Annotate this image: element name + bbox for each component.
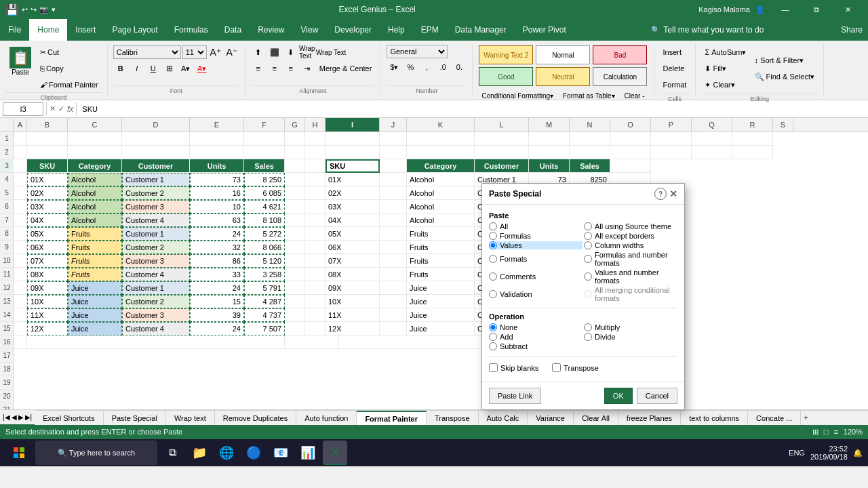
- cell-h11[interactable]: [305, 268, 326, 281]
- cell-a5[interactable]: [14, 186, 27, 200]
- cell-e8[interactable]: 24: [190, 227, 244, 241]
- bold-btn[interactable]: B: [113, 61, 128, 76]
- row-num-2[interactable]: 2: [0, 146, 14, 159]
- cell-n3-sales[interactable]: Sales: [570, 159, 610, 173]
- align-center-btn[interactable]: ≡: [267, 61, 282, 76]
- cell-c13[interactable]: Juice: [68, 295, 122, 308]
- paste-all-merging-option[interactable]: All merging conditional formats: [584, 286, 677, 302]
- paste-all-option[interactable]: All: [489, 222, 583, 230]
- cell-c11[interactable]: Fruits: [68, 268, 122, 281]
- cell-i6[interactable]: 03X: [326, 200, 380, 214]
- cell-o3[interactable]: [610, 159, 651, 173]
- cell-e10[interactable]: 86: [190, 254, 244, 268]
- sheet-tab-format-painter[interactable]: Format Painter: [357, 411, 427, 425]
- cell-p1[interactable]: [651, 132, 692, 146]
- row-num-15[interactable]: 15: [0, 322, 14, 336]
- page-layout-view-icon[interactable]: □: [824, 428, 829, 436]
- decrease-decimal-btn[interactable]: 0.: [452, 60, 467, 75]
- cell-k6[interactable]: Alcohol: [407, 200, 475, 214]
- cell-l3-customer[interactable]: Customer: [475, 159, 529, 173]
- cell-b7[interactable]: 04X: [27, 214, 68, 227]
- cell-j3[interactable]: [380, 159, 407, 173]
- cell-a12[interactable]: [14, 281, 27, 295]
- cell-g11[interactable]: [285, 268, 305, 281]
- border-btn[interactable]: ⊞: [162, 61, 177, 76]
- currency-btn[interactable]: $▾: [387, 60, 401, 75]
- sheet-prev-btn[interactable]: ◀: [12, 413, 17, 421]
- cell-a16[interactable]: [14, 336, 27, 349]
- formula-input[interactable]: [79, 102, 865, 116]
- cell-d5[interactable]: Customer 2: [122, 186, 190, 200]
- cell-g13[interactable]: [285, 295, 305, 308]
- cell-e11[interactable]: 33: [190, 268, 244, 281]
- cell-d4[interactable]: Customer 1: [122, 173, 190, 186]
- tab-review[interactable]: Review: [250, 19, 292, 41]
- cell-g1[interactable]: [285, 132, 305, 146]
- cell-l1[interactable]: [475, 132, 529, 146]
- paste-formulas-radio[interactable]: [489, 232, 497, 240]
- cell-d13[interactable]: Customer 2: [122, 295, 190, 308]
- cell-g3[interactable]: [285, 159, 305, 173]
- row-num-13[interactable]: 13: [0, 295, 14, 308]
- paste-col-widths-radio[interactable]: [584, 241, 592, 249]
- cell-b5[interactable]: 02X: [27, 186, 68, 200]
- notification-icon[interactable]: 🔔: [853, 449, 863, 458]
- tab-file[interactable]: File: [0, 19, 29, 41]
- bad-style[interactable]: Bad: [593, 45, 647, 64]
- cell-j10[interactable]: [380, 254, 407, 268]
- cell-f2[interactable]: [244, 146, 285, 159]
- cell-b15[interactable]: 12X: [27, 322, 68, 336]
- cell-k1[interactable]: [407, 132, 475, 146]
- cell-g9[interactable]: [285, 241, 305, 254]
- cell-b9[interactable]: 06X: [27, 241, 68, 254]
- cell-e3-units[interactable]: Units: [190, 159, 244, 173]
- cell-k10[interactable]: Fruits: [407, 254, 475, 268]
- delete-cells-btn[interactable]: Delete: [660, 61, 690, 76]
- row-num-11[interactable]: 11: [0, 268, 14, 281]
- cell-b14[interactable]: 11X: [27, 308, 68, 322]
- align-left-btn[interactable]: ≡: [251, 61, 266, 76]
- cancel-btn[interactable]: Cancel: [637, 388, 677, 404]
- sheet-tab-transpose[interactable]: Transpose: [427, 411, 479, 425]
- cell-i5[interactable]: 02X: [326, 186, 380, 200]
- share-icon[interactable]: 👤: [755, 5, 765, 14]
- cell-c2[interactable]: [68, 146, 122, 159]
- paste-button[interactable]: 📋 Paste: [5, 45, 35, 83]
- cell-g12[interactable]: [285, 281, 305, 295]
- format-as-table-btn[interactable]: Format as Table▾: [559, 88, 618, 103]
- op-add-option[interactable]: Add: [489, 333, 583, 341]
- cell-c3-category[interactable]: Category: [68, 159, 122, 173]
- conditional-formatting-btn[interactable]: Conditional Formatting▾: [478, 88, 557, 103]
- row-num-17[interactable]: 17: [0, 349, 14, 363]
- cell-e2[interactable]: [190, 146, 244, 159]
- cell-k11[interactable]: Fruits: [407, 268, 475, 281]
- underline-btn[interactable]: U: [146, 61, 161, 76]
- insert-cells-btn[interactable]: Insert: [660, 45, 690, 60]
- cell-j5[interactable]: [380, 186, 407, 200]
- calculation-style[interactable]: Calculation: [593, 67, 647, 86]
- row-num-7[interactable]: 7: [0, 214, 14, 227]
- col-header-d[interactable]: D: [122, 118, 190, 131]
- cell-j1[interactable]: [380, 132, 407, 146]
- normal-style[interactable]: Normal: [536, 45, 590, 64]
- powerpoint-icon[interactable]: 📊: [296, 441, 320, 465]
- cancel-formula-btn[interactable]: ✕: [50, 104, 56, 113]
- fill-color-btn[interactable]: A▾: [178, 61, 193, 76]
- op-none-option[interactable]: None: [489, 323, 583, 331]
- start-button[interactable]: [5, 439, 33, 466]
- row-num-10[interactable]: 10: [0, 254, 14, 268]
- cell-j4[interactable]: [380, 173, 407, 186]
- paste-all-source-option[interactable]: All using Source theme: [584, 222, 677, 230]
- sheet-tab-paste-special[interactable]: Paste Special: [104, 411, 166, 425]
- cell-i4[interactable]: 01X: [326, 173, 380, 186]
- paste-formats-option[interactable]: Formats: [489, 251, 583, 267]
- cell-d9[interactable]: Customer 2: [122, 241, 190, 254]
- cell-i13[interactable]: 10X: [326, 295, 380, 308]
- tab-formulas[interactable]: Formulas: [166, 19, 216, 41]
- skip-blanks-checkbox[interactable]: [489, 363, 498, 372]
- file-explorer-icon[interactable]: 📁: [187, 441, 212, 465]
- sheet-tab-text-to-columns[interactable]: text to columns: [681, 411, 748, 425]
- cell-f7[interactable]: 8 108: [244, 214, 285, 227]
- percent-btn[interactable]: %: [403, 60, 418, 75]
- cell-a10[interactable]: [14, 254, 27, 268]
